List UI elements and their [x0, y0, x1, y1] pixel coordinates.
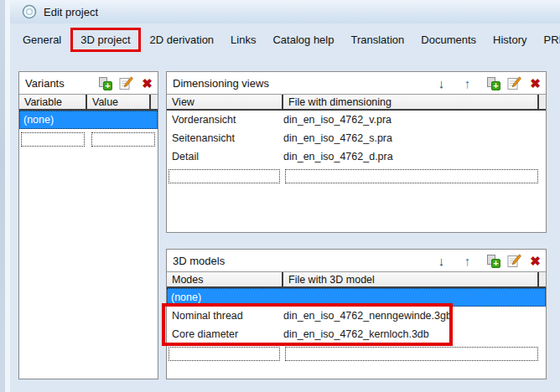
model-file: din_en_iso_4762_kernloch.3db	[283, 328, 546, 340]
variants-column-headers: Variable Value	[19, 94, 158, 111]
delete-icon[interactable]: ✖	[140, 76, 154, 90]
models-column-headers: Modes File with 3D model	[167, 271, 546, 288]
column-header-variable[interactable]: Variable	[19, 95, 87, 109]
add-icon[interactable]: +	[486, 76, 500, 90]
edit-project-dialog: Edit project General 3D project 2D deriv…	[0, 0, 560, 392]
dimensioning-row[interactable]: Seitenansicht din_en_iso_4762_s.pra	[167, 129, 546, 147]
tab-separator	[411, 30, 415, 49]
empty-cell[interactable]	[285, 169, 538, 183]
column-header-view[interactable]: View	[167, 95, 283, 109]
plus-glyph: +	[491, 81, 500, 90]
variants-toolbar: + ✖	[98, 76, 154, 90]
models-row[interactable]: Core diameter din_en_iso_4762_kernloch.3…	[167, 325, 546, 343]
header-stub	[539, 272, 546, 286]
view-file: din_en_iso_4762_d.pra	[283, 151, 546, 162]
tab-separator	[533, 30, 537, 49]
mode-name: Nominal thread	[167, 310, 283, 322]
tab-general[interactable]: General	[23, 34, 61, 46]
variants-panel-header: Variants + ✖	[19, 72, 158, 94]
empty-cell[interactable]	[169, 169, 280, 183]
empty-cell[interactable]	[169, 347, 280, 361]
dimensioning-new-entry-row	[167, 168, 546, 184]
variants-title: Variants	[25, 77, 98, 90]
variants-panel: Variants + ✖ Variable Value	[18, 71, 158, 379]
empty-cell[interactable]	[91, 132, 155, 147]
models-title: 3D models	[173, 255, 434, 267]
models-row[interactable]: Nominal thread din_en_iso_4762_nenngewin…	[167, 307, 546, 325]
models-new-entry-row	[167, 345, 546, 362]
header-stub	[151, 95, 158, 109]
view-name: Detail	[167, 151, 283, 162]
delete-icon[interactable]: ✖	[528, 76, 542, 90]
plus-glyph: +	[103, 81, 112, 90]
plus-glyph: +	[491, 259, 500, 268]
move-up-icon[interactable]: ↑	[460, 76, 474, 90]
variants-new-entry-row	[19, 131, 158, 147]
column-header-value[interactable]: Value	[87, 95, 151, 109]
empty-cell[interactable]	[21, 132, 85, 147]
dimensioning-views-panel: Dimensioning views ↓ ↑ + ✖ View	[166, 71, 547, 233]
delete-icon[interactable]: ✖	[528, 254, 542, 268]
tab-translation[interactable]: Translation	[350, 34, 404, 46]
tab-separator	[340, 30, 345, 49]
tab-catalog-help[interactable]: Catalog help	[272, 34, 334, 46]
edit-icon-glyph	[507, 254, 521, 268]
header-stub	[539, 95, 546, 109]
tab-documents[interactable]: Documents	[421, 34, 476, 46]
empty-cell[interactable]	[285, 347, 538, 361]
dimensioning-toolbar: ↓ ↑ + ✖	[434, 76, 542, 90]
view-name: Seitenansicht	[167, 132, 283, 144]
3d-models-panel: 3D models ↓ ↑ + ✖ Modes Fil	[166, 249, 547, 379]
edit-icon[interactable]	[119, 76, 133, 90]
mode-name: Core diameter	[167, 328, 283, 340]
edit-icon[interactable]	[507, 254, 521, 268]
tab-separator	[483, 30, 487, 49]
move-down-icon[interactable]: ↓	[434, 76, 449, 90]
variants-row-none[interactable]: (none)	[19, 111, 158, 129]
view-name: Vorderansicht	[167, 114, 283, 126]
models-panel-header: 3D models ↓ ↑ + ✖	[167, 250, 546, 271]
app-icon	[22, 4, 37, 19]
add-icon[interactable]: +	[486, 254, 500, 268]
view-file: din_en_iso_4762_s.pra	[283, 132, 546, 144]
edit-icon-glyph	[507, 76, 521, 90]
add-icon[interactable]: +	[98, 76, 112, 90]
edit-icon-glyph	[119, 76, 133, 90]
dimensioning-column-headers: View File with dimensioning	[167, 94, 546, 111]
dimensioning-title: Dimensioning views	[173, 77, 434, 90]
tab-links[interactable]: Links	[231, 34, 256, 46]
models-toolbar: ↓ ↑ + ✖	[434, 254, 542, 268]
tab-history[interactable]: History	[493, 34, 526, 46]
models-row-none[interactable]: (none)	[167, 288, 546, 307]
move-down-icon[interactable]: ↓	[434, 254, 449, 268]
column-header-file[interactable]: File with 3D model	[283, 272, 539, 286]
tab-printcatalog[interactable]: PRINTcatalog	[544, 34, 560, 46]
tab-2d-derivation[interactable]: 2D derivation	[150, 34, 215, 46]
tab-separator	[262, 30, 267, 49]
move-up-icon[interactable]: ↑	[460, 254, 474, 268]
tab-bar: General 3D project 2D derivation Links C…	[10, 25, 560, 54]
column-header-file[interactable]: File with dimensioning	[283, 95, 539, 109]
window-title: Edit project	[44, 6, 98, 18]
dimensioning-row[interactable]: Detail din_en_iso_4762_d.pra	[167, 147, 546, 166]
tab-3d-project[interactable]: 3D project	[70, 28, 140, 52]
model-file: din_en_iso_4762_nenngewinde.3gb	[283, 310, 546, 322]
title-bar: Edit project	[10, 0, 560, 23]
view-file: din_en_iso_4762_v.pra	[283, 114, 546, 126]
tab-separator	[220, 30, 225, 49]
column-header-modes[interactable]: Modes	[167, 272, 283, 286]
edit-icon[interactable]	[507, 76, 521, 90]
dimensioning-row[interactable]: Vorderansicht din_en_iso_4762_v.pra	[167, 111, 546, 129]
dimensioning-panel-header: Dimensioning views ↓ ↑ + ✖	[167, 72, 546, 94]
window-frame-highlight	[5, 0, 10, 392]
